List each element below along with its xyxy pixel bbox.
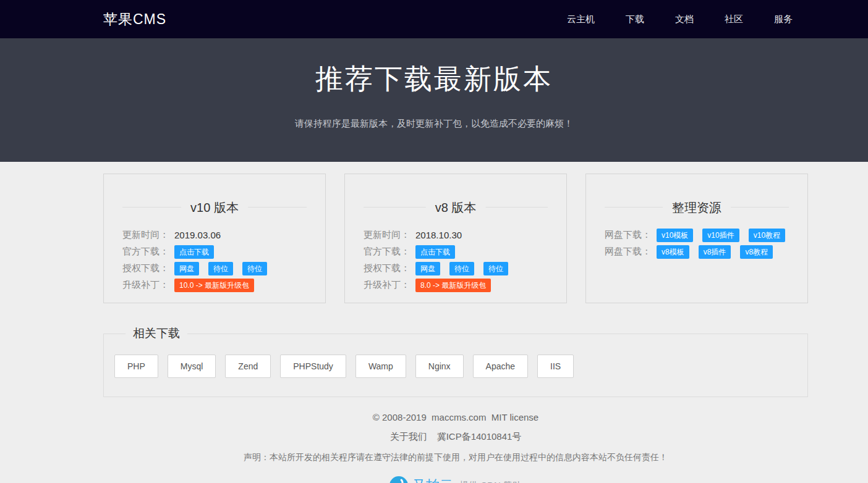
row-label: 官方下载： [364, 246, 415, 258]
nav-item[interactable]: 下载 [610, 0, 660, 38]
card-row: 官方下载：点击下载 [364, 243, 548, 260]
card-row: 授权下载：网盘待位待位 [122, 260, 307, 277]
version-card: 整理资源网盘下载：v10模板v10插件v10教程网盘下载：v8模板v8插件v8教… [585, 174, 808, 303]
card-row: 官方下载：点击下载 [122, 243, 307, 260]
nav-item[interactable]: 社区 [709, 0, 759, 38]
related-downloads-title: 相关下载 [126, 326, 187, 342]
row-label: 升级补丁： [364, 279, 415, 291]
site-logo[interactable]: 苹果CMS [103, 10, 166, 29]
download-button[interactable]: 待位 [449, 262, 474, 275]
card-title-rule: v8 版本 [364, 207, 548, 208]
card-title-rule: 整理资源 [605, 207, 789, 208]
download-button[interactable]: v10插件 [702, 229, 739, 242]
hero-banner: 推荐下载最新版本 请保持程序是最新版本，及时更新补丁包，以免造成不必要的麻烦！ [0, 38, 868, 162]
card-title-rule: v10 版本 [122, 207, 307, 208]
version-card: v8 版本更新时间：2018.10.30官方下载：点击下载授权下载：网盘待位待位… [344, 174, 567, 303]
related-apache-button[interactable]: Apache [473, 355, 528, 378]
download-button[interactable]: 网盘 [174, 262, 199, 275]
download-button[interactable]: 待位 [208, 262, 233, 275]
upyun-logo-icon[interactable] [389, 476, 408, 483]
card-row: 更新时间：2019.03.06 [122, 227, 307, 243]
row-value: 2019.03.06 [174, 230, 221, 240]
cdn-sponsor-row: 又拍云 提供 CDN 赞助 [103, 476, 808, 483]
hero-title: 推荐下载最新版本 [0, 38, 868, 98]
nav-item[interactable]: 云主机 [551, 0, 610, 38]
card-row: 授权下载：网盘待位待位 [364, 260, 548, 277]
card-title: 整理资源 [663, 200, 731, 216]
top-navbar: 苹果CMS 云主机下载文档社区服务 [0, 0, 868, 38]
hero-subtitle: 请保持程序是最新版本，及时更新补丁包，以免造成不必要的麻烦！ [0, 118, 868, 130]
card-row: 更新时间：2018.10.30 [364, 227, 548, 243]
card-row: 升级补丁：10.0 -> 最新版升级包 [122, 277, 307, 293]
nav-item[interactable]: 服务 [759, 0, 808, 38]
row-label: 授权下载： [122, 262, 174, 274]
download-button[interactable]: 点击下载 [415, 245, 455, 259]
row-label: 网盘下载： [605, 229, 657, 241]
related-nginx-button[interactable]: Nginx [415, 355, 464, 378]
copyright-line: © 2008-2019 maccms.com MIT license [103, 412, 808, 422]
upgrade-patch-button[interactable]: 10.0 -> 最新版升级包 [174, 279, 254, 292]
upyun-brand-text[interactable]: 又拍云 [412, 476, 453, 483]
row-label: 授权下载： [364, 262, 415, 274]
download-button[interactable]: v10模板 [657, 229, 693, 242]
download-button[interactable]: v10教程 [749, 229, 785, 242]
icp-link[interactable]: 冀ICP备14010841号 [437, 431, 522, 442]
related-downloads-section: 相关下载 PHPMysqlZendPHPStudyWampNginxApache… [103, 326, 808, 397]
row-label: 更新时间： [122, 229, 174, 241]
card-row: 升级补丁：8.0 -> 最新版升级包 [364, 277, 548, 293]
download-button[interactable]: 网盘 [415, 262, 440, 275]
download-button[interactable]: 待位 [483, 262, 508, 275]
related-mysql-button[interactable]: Mysql [168, 355, 216, 378]
card-row: 网盘下载：v10模板v10插件v10教程 [605, 227, 789, 243]
download-button[interactable]: 待位 [242, 262, 267, 275]
row-label: 更新时间： [364, 229, 415, 241]
related-iis-button[interactable]: IIS [537, 355, 574, 378]
related-zend-button[interactable]: Zend [225, 355, 271, 378]
card-title: v8 版本 [426, 200, 486, 216]
related-buttons: PHPMysqlZendPHPStudyWampNginxApacheIIS [114, 355, 797, 378]
about-link[interactable]: 关于我们 [390, 431, 427, 442]
row-label: 网盘下载： [605, 246, 657, 258]
main-content: v10 版本更新时间：2019.03.06官方下载：点击下载授权下载：网盘待位待… [103, 174, 808, 483]
row-value: 2018.10.30 [415, 230, 462, 240]
related-wamp-button[interactable]: Wamp [355, 355, 406, 378]
download-button[interactable]: v8模板 [657, 245, 689, 259]
related-php-button[interactable]: PHP [114, 355, 158, 378]
version-card: v10 版本更新时间：2019.03.06官方下载：点击下载授权下载：网盘待位待… [103, 174, 326, 303]
download-button[interactable]: v8教程 [740, 245, 773, 259]
nav-item[interactable]: 文档 [660, 0, 709, 38]
disclaimer-line: 声明：本站所开发的相关程序请在遵守法律的前提下使用，对用户在使用过程中的信息内容… [103, 452, 808, 463]
footer-links: 关于我们冀ICP备14010841号 [103, 431, 808, 443]
card-title: v10 版本 [181, 200, 248, 216]
download-button[interactable]: v8插件 [699, 245, 731, 259]
card-row: 网盘下载：v8模板v8插件v8教程 [605, 243, 789, 260]
cdn-sponsor-text: 提供 CDN 赞助 [459, 480, 522, 483]
cards-row: v10 版本更新时间：2019.03.06官方下载：点击下载授权下载：网盘待位待… [103, 174, 808, 303]
row-label: 升级补丁： [122, 279, 174, 291]
related-phpstudy-button[interactable]: PHPStudy [280, 355, 346, 378]
nav-menu: 云主机下载文档社区服务 [551, 0, 808, 38]
upgrade-patch-button[interactable]: 8.0 -> 最新版升级包 [415, 279, 491, 292]
page-footer: © 2008-2019 maccms.com MIT license 关于我们冀… [103, 412, 808, 483]
download-button[interactable]: 点击下载 [174, 245, 214, 259]
row-label: 官方下载： [122, 246, 174, 258]
